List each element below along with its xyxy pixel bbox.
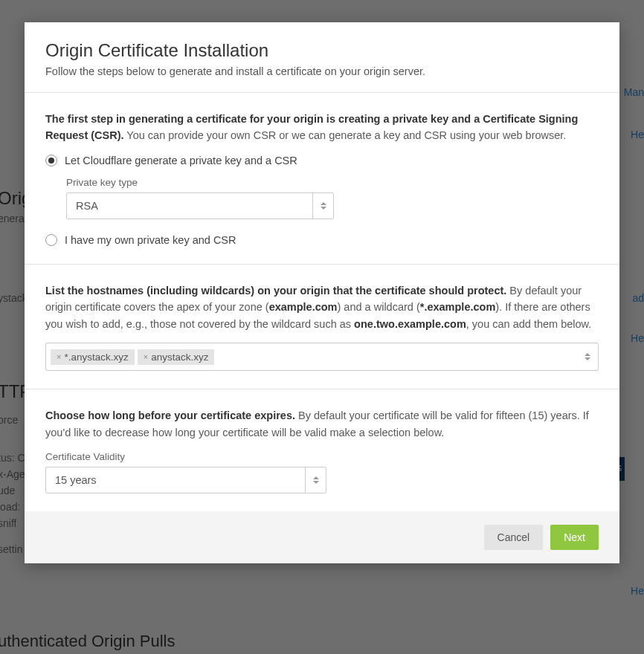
section-step3: Choose how long before your certificate … xyxy=(25,389,619,511)
validity-label: Certificate Validity xyxy=(45,451,599,462)
tag-remove-icon[interactable]: × xyxy=(144,352,148,361)
cancel-button[interactable]: Cancel xyxy=(484,525,544,550)
radio-own-csr[interactable]: I have my own private key and CSR xyxy=(45,234,599,246)
step3-text: Choose how long before your certificate … xyxy=(45,407,599,441)
chevron-updown-icon xyxy=(585,353,590,360)
validity-select[interactable]: 15 years xyxy=(45,467,326,493)
origin-cert-modal: Origin Certificate Installation Follow t… xyxy=(25,22,619,563)
modal-title: Origin Certificate Installation xyxy=(45,40,599,61)
private-key-field: Private key type RSA xyxy=(66,177,599,219)
modal-header: Origin Certificate Installation Follow t… xyxy=(25,22,619,93)
hostname-tag[interactable]: × anystack.xyz xyxy=(138,349,215,365)
radio-indicator-checked xyxy=(45,155,57,166)
private-key-label: Private key type xyxy=(66,177,599,188)
modal-footer: Cancel Next xyxy=(25,511,619,563)
private-key-select[interactable]: RSA xyxy=(66,192,334,219)
modal-subtitle: Follow the steps below to generate and i… xyxy=(45,65,599,77)
step1-rest: You can provide your own CSR or we can g… xyxy=(124,129,567,141)
next-button[interactable]: Next xyxy=(550,525,599,550)
step1-text: The first step in generating a certifica… xyxy=(45,111,599,144)
modal-overlay: Origin Certificate Installation Follow t… xyxy=(0,0,644,654)
tag-remove-icon[interactable]: × xyxy=(57,352,61,361)
radio1-label: Let Cloudflare generate a private key an… xyxy=(65,155,297,166)
validity-value: 15 years xyxy=(46,467,305,493)
chevron-updown-icon xyxy=(312,193,333,218)
tag-text: anystack.xyz xyxy=(151,352,208,363)
chevron-updown-icon xyxy=(305,467,326,493)
section-step1: The first step in generating a certifica… xyxy=(25,93,619,265)
step2-bold: List the hostnames (including wildcards)… xyxy=(45,285,506,297)
step2-text: List the hostnames (including wildcards)… xyxy=(45,282,599,332)
tag-text: *.anystack.xyz xyxy=(64,352,128,363)
section-step2: List the hostnames (including wildcards)… xyxy=(25,265,619,389)
radio-cloudflare-generate[interactable]: Let Cloudflare generate a private key an… xyxy=(45,155,599,166)
step3-bold: Choose how long before your certificate … xyxy=(45,409,295,421)
hostname-tag[interactable]: × *.anystack.xyz xyxy=(51,349,135,365)
radio2-label: I have my own private key and CSR xyxy=(65,234,236,246)
radio-indicator-unchecked xyxy=(45,234,57,246)
private-key-value: RSA xyxy=(67,193,312,218)
hostname-tag-input[interactable]: × *.anystack.xyz × anystack.xyz xyxy=(45,343,599,371)
